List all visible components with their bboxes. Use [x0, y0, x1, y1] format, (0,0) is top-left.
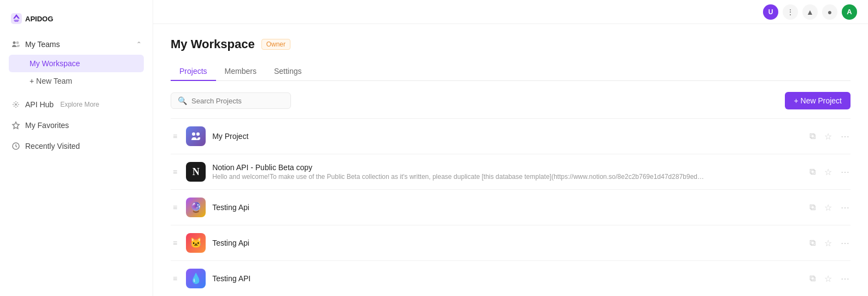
recently-visited-label: Recently Visited — [25, 142, 80, 150]
page-content: My Workspace Owner Projects Members Sett… — [153, 24, 868, 296]
table-row: ≡ N Notion API - Public Beta copy Hello … — [171, 154, 850, 190]
topbar-btn-2[interactable]: ▲ — [802, 4, 818, 20]
drag-handle-icon[interactable]: ≡ — [171, 132, 179, 141]
topbar: U ⋮ ▲ ● A — [153, 0, 868, 24]
projects-list: ≡ My Project ⧉ ☆ ⋯ — [171, 118, 850, 296]
drag-handle-icon[interactable]: ≡ — [171, 167, 179, 176]
drag-handle-icon[interactable]: ≡ — [171, 203, 179, 212]
project-icon: 🐱 — [186, 233, 206, 253]
my-workspace-label: My Workspace — [30, 59, 80, 68]
star-icon[interactable]: ☆ — [823, 237, 833, 249]
page-title: My Workspace — [171, 37, 255, 51]
project-info: Notion API - Public Beta copy Hello and … — [212, 163, 802, 181]
project-actions: ⧉ ☆ ⋯ — [808, 166, 850, 178]
new-project-label: + New Project — [794, 96, 842, 105]
owner-badge: Owner — [261, 39, 290, 50]
tab-projects[interactable]: Projects — [171, 62, 216, 81]
svg-point-8 — [196, 132, 200, 136]
my-teams-label: My Teams — [25, 40, 132, 49]
api-hub-icon — [11, 100, 21, 109]
star-icon — [11, 120, 21, 130]
project-name: Testing Api — [212, 203, 802, 212]
project-icon: 🔮 — [186, 198, 206, 217]
main-content: U ⋮ ▲ ● A My Workspace Owner Projects Me… — [153, 0, 868, 296]
project-info: Testing API — [212, 274, 802, 283]
tab-settings[interactable]: Settings — [265, 62, 311, 81]
more-options-icon[interactable]: ⋯ — [840, 237, 850, 249]
open-icon[interactable]: ⧉ — [808, 130, 817, 142]
svg-point-4 — [15, 103, 17, 106]
more-options-icon[interactable]: ⋯ — [840, 166, 850, 178]
logo: APIDOG — [0, 4, 153, 35]
svg-marker-5 — [13, 122, 19, 129]
svg-point-7 — [192, 132, 195, 136]
star-icon[interactable]: ☆ — [823, 130, 833, 143]
table-row: ≡ 💧 Testing API ⧉ ☆ ⋯ — [171, 261, 850, 296]
my-teams-section: My Teams ⌃ My Workspace + New Team — [0, 35, 153, 90]
more-options-icon[interactable]: ⋯ — [840, 130, 850, 143]
open-icon[interactable]: ⧉ — [808, 272, 817, 285]
svg-point-2 — [13, 42, 16, 44]
tabs: Projects Members Settings — [171, 62, 850, 81]
open-icon[interactable]: ⧉ — [808, 166, 817, 178]
project-actions: ⧉ ☆ ⋯ — [808, 237, 850, 249]
sidebar-item-new-team[interactable]: + New Team — [9, 73, 144, 89]
open-icon[interactable]: ⧉ — [808, 201, 817, 213]
api-hub-label: API Hub — [25, 100, 54, 109]
sidebar-item-my-workspace[interactable]: My Workspace — [9, 55, 144, 72]
people-icon — [11, 39, 21, 49]
search-box: 🔍 — [171, 92, 291, 109]
search-input[interactable] — [191, 97, 284, 105]
new-team-label: + New Team — [30, 77, 72, 85]
search-icon: 🔍 — [178, 96, 187, 105]
sidebar-item-my-favorites[interactable]: My Favorites — [4, 116, 148, 135]
project-actions: ⧉ ☆ ⋯ — [808, 272, 850, 285]
project-desc: Hello and welcome!To make use of the Pub… — [212, 173, 704, 181]
project-icon: 💧 — [186, 269, 206, 288]
project-name: Testing Api — [212, 239, 802, 247]
svg-text:APIDOG: APIDOG — [25, 15, 53, 23]
project-actions: ⧉ ☆ ⋯ — [808, 201, 850, 214]
chevron-icon: ⌃ — [136, 40, 142, 48]
topbar-avatar-2[interactable]: A — [842, 4, 857, 20]
new-project-button[interactable]: + New Project — [785, 92, 850, 109]
explore-more-label: Explore More — [60, 101, 99, 108]
drag-handle-icon[interactable]: ≡ — [171, 274, 179, 283]
sidebar: APIDOG My Teams ⌃ My Workspace + New Tea… — [0, 0, 153, 296]
star-icon[interactable]: ☆ — [823, 166, 833, 178]
project-actions: ⧉ ☆ ⋯ — [808, 130, 850, 143]
star-icon[interactable]: ☆ — [823, 272, 833, 285]
project-info: My Project — [212, 132, 802, 141]
project-name: Testing API — [212, 274, 802, 283]
sidebar-item-my-teams[interactable]: My Teams ⌃ — [4, 35, 148, 54]
sidebar-item-recently-visited[interactable]: Recently Visited — [4, 137, 148, 155]
drag-handle-icon[interactable]: ≡ — [171, 239, 179, 247]
open-icon[interactable]: ⧉ — [808, 237, 817, 249]
project-name: Notion API - Public Beta copy — [212, 163, 802, 172]
table-row: ≡ 🐱 Testing Api ⧉ ☆ ⋯ — [171, 225, 850, 261]
star-icon[interactable]: ☆ — [823, 201, 833, 214]
table-row: ≡ 🔮 Testing Api ⧉ ☆ ⋯ — [171, 190, 850, 225]
project-icon: N — [186, 162, 206, 182]
my-favorites-label: My Favorites — [25, 121, 69, 130]
project-info: Testing Api — [212, 239, 802, 247]
topbar-btn-3[interactable]: ● — [822, 4, 837, 20]
more-options-icon[interactable]: ⋯ — [840, 272, 850, 285]
sidebar-item-api-hub[interactable]: API Hub Explore More — [4, 95, 148, 114]
project-info: Testing Api — [212, 203, 802, 212]
project-icon — [186, 126, 206, 146]
project-name: My Project — [212, 132, 802, 141]
more-options-icon[interactable]: ⋯ — [840, 201, 850, 214]
table-row: ≡ My Project ⧉ ☆ ⋯ — [171, 119, 850, 154]
svg-point-3 — [16, 42, 19, 44]
topbar-btn-1[interactable]: ⋮ — [783, 4, 798, 20]
page-header: My Workspace Owner — [171, 37, 850, 51]
toolbar: 🔍 + New Project — [171, 92, 850, 109]
tab-members[interactable]: Members — [216, 62, 265, 81]
clock-icon — [11, 141, 21, 151]
user-avatar[interactable]: U — [763, 4, 778, 20]
